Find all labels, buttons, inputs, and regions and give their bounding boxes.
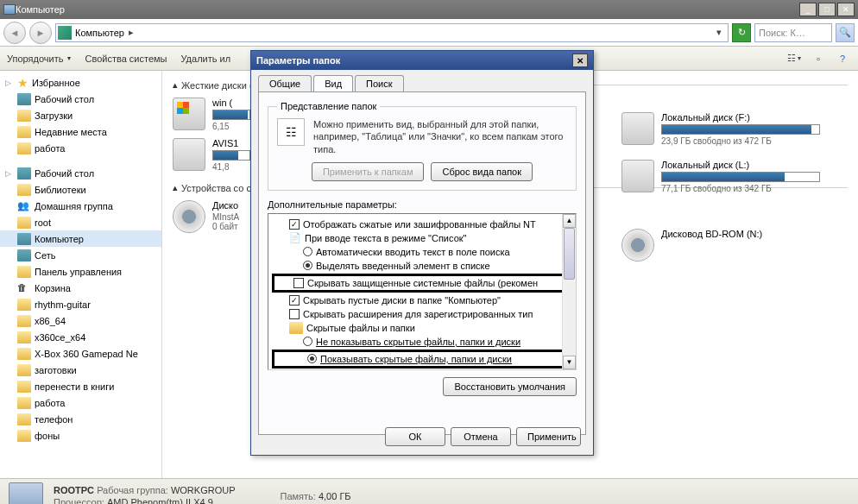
- advanced-settings-list[interactable]: ✓Отображать сжатые или зашифрованные фай…: [268, 213, 577, 370]
- network-icon: [17, 249, 31, 261]
- apply-button[interactable]: Применить: [516, 427, 581, 446]
- refresh-button[interactable]: ↻: [732, 23, 751, 42]
- folder-views-fieldset: Представление папок ☷ Можно применить ви…: [268, 101, 577, 191]
- restore-defaults-button[interactable]: Восстановить умолчания: [443, 377, 577, 396]
- breadcrumb-dropdown[interactable]: ▾: [712, 27, 726, 38]
- folder-icon: [17, 217, 31, 229]
- radio[interactable]: [303, 247, 312, 256]
- trash-icon: 🗑: [17, 282, 31, 294]
- desktop-header[interactable]: ▷Рабочий стол: [0, 165, 161, 181]
- sidebar-item-folder[interactable]: x86_64: [0, 312, 161, 329]
- sidebar-item-folder[interactable]: фоны: [0, 427, 161, 444]
- checkbox[interactable]: ✓: [289, 295, 300, 306]
- sidebar-item-homegroup[interactable]: 👥Домашняя группа: [0, 198, 161, 214]
- sidebar-item-work[interactable]: работа: [0, 140, 161, 156]
- sidebar-item-folder[interactable]: rhythm-guitar: [0, 296, 161, 312]
- reset-folders-button[interactable]: Сброс вида папок: [431, 162, 533, 181]
- apply-to-folders-button[interactable]: Применить к папкам: [312, 162, 425, 181]
- nav-bar: ◄ ► Компьютер ▸ ▾ ↻ Поиск: К… 🔍: [0, 19, 858, 47]
- tab-general[interactable]: Общие: [258, 75, 312, 91]
- sidebar-item-folder[interactable]: X-Box 360 Gamepad Ne: [0, 345, 161, 362]
- dialog-close-button[interactable]: ✕: [572, 54, 588, 67]
- libraries-icon: [17, 184, 31, 196]
- scrollbar[interactable]: ▲ ▼: [562, 214, 576, 369]
- uninstall-button[interactable]: Удалить ил: [180, 54, 230, 64]
- sidebar-item-folder[interactable]: x360ce_x64: [0, 329, 161, 345]
- checkbox[interactable]: [289, 309, 300, 319]
- close-button[interactable]: ✕: [837, 3, 855, 16]
- back-button[interactable]: ◄: [3, 22, 26, 44]
- cancel-button[interactable]: Отмена: [451, 427, 511, 446]
- computer-icon: [58, 26, 72, 40]
- scroll-down-button[interactable]: ▼: [563, 356, 576, 369]
- sidebar-item-trash[interactable]: 🗑Корзина: [0, 280, 161, 296]
- folder-icon: [17, 397, 31, 409]
- sidebar-item-folder[interactable]: работа: [0, 394, 161, 411]
- status-bar: ROOTPC Рабочая группа: WORKGROUP Процесс…: [0, 478, 858, 504]
- chevron-right-icon[interactable]: ▸: [124, 27, 138, 38]
- sidebar-item-network[interactable]: Сеть: [0, 247, 161, 263]
- preview-pane-button[interactable]: ▫: [810, 52, 827, 66]
- scroll-thumb[interactable]: [564, 228, 575, 280]
- minimize-button[interactable]: _: [799, 3, 817, 16]
- folder-options-dialog: Параметры папок ✕ Общие Вид Поиск Предст…: [250, 50, 594, 456]
- sidebar-item-recent[interactable]: Недавние места: [0, 123, 161, 140]
- folder-icon: [17, 430, 31, 442]
- sidebar-item-root[interactable]: root: [0, 214, 161, 230]
- folder-icon: [17, 348, 31, 360]
- drive-item-bdrom[interactable]: Дисковод BD-ROM (N:): [621, 229, 820, 261]
- highlight-box: Показывать скрытые файлы, папки и диски: [272, 350, 572, 369]
- forward-button[interactable]: ►: [29, 22, 52, 44]
- sidebar-item-folder[interactable]: заготовки: [0, 362, 161, 378]
- folder-views-icon: ☷: [277, 118, 305, 146]
- radio[interactable]: [303, 337, 312, 346]
- system-properties-button[interactable]: Свойства системы: [85, 54, 167, 64]
- sidebar-item-folder[interactable]: перенести в книги: [0, 378, 161, 394]
- desktop-icon: [17, 93, 31, 105]
- radio-show-hidden[interactable]: [307, 354, 317, 363]
- sidebar-item-controlpanel[interactable]: Панель управления: [0, 263, 161, 280]
- sidebar-item-downloads[interactable]: Загрузки: [0, 107, 161, 123]
- folder-icon: [17, 110, 31, 122]
- checkbox-hide-protected[interactable]: [293, 278, 304, 288]
- dialog-titlebar[interactable]: Параметры папок ✕: [251, 51, 593, 70]
- drive-item[interactable]: Локальный диск (F:)23,9 ГБ свободно из 4…: [621, 112, 820, 146]
- folder-icon: [17, 413, 31, 425]
- drive-icon: [173, 98, 205, 130]
- maximize-button[interactable]: □: [818, 3, 836, 16]
- scroll-up-button[interactable]: ▲: [563, 214, 576, 228]
- view-mode-button[interactable]: ☷: [785, 52, 803, 66]
- breadcrumb[interactable]: Компьютер ▸ ▾: [55, 23, 729, 42]
- drive-icon: [173, 138, 205, 171]
- drive-item[interactable]: AVIS141,8: [173, 138, 250, 172]
- radio[interactable]: [303, 261, 312, 270]
- sidebar-item-folder[interactable]: телефон: [0, 411, 161, 427]
- search-button[interactable]: 🔍: [836, 23, 855, 42]
- drive-item-bdrom[interactable]: ДискоMInstA0 байт: [173, 200, 250, 233]
- checkbox[interactable]: ✓: [289, 219, 300, 230]
- homegroup-icon: 👥: [17, 200, 31, 212]
- drive-item[interactable]: win (6,15: [173, 98, 250, 131]
- search-input[interactable]: Поиск: К…: [754, 23, 832, 42]
- folder-icon: [17, 381, 31, 393]
- tab-view[interactable]: Вид: [313, 75, 353, 91]
- folder-icon: [17, 364, 31, 376]
- bdrom-icon: [621, 229, 654, 261]
- bdrom-icon: [173, 200, 205, 233]
- tab-search[interactable]: Поиск: [355, 75, 403, 91]
- computer-icon: [9, 482, 43, 505]
- sidebar-item-computer[interactable]: Компьютер: [0, 230, 161, 247]
- favorites-header[interactable]: ▷★Избранное: [0, 74, 161, 91]
- fieldset-legend: Представление папок: [277, 101, 380, 111]
- desktop-icon: [17, 167, 31, 180]
- sidebar-item-desktop[interactable]: Рабочий стол: [0, 91, 161, 107]
- highlight-box: Скрывать защищенные системные файлы (рек…: [272, 274, 572, 293]
- drive-item[interactable]: Локальный диск (L:)77,1 ГБ свободно из 3…: [621, 160, 820, 193]
- folder-icon: [17, 299, 31, 311]
- sidebar-item-libraries[interactable]: Библиотеки: [0, 181, 161, 198]
- organize-button[interactable]: Упорядочить: [7, 54, 71, 64]
- navigation-tree: ▷★Избранное Рабочий стол Загрузки Недавн…: [0, 71, 162, 478]
- ok-button[interactable]: ОК: [385, 427, 445, 446]
- window-title: Компьютер: [16, 4, 65, 15]
- help-button[interactable]: ?: [834, 52, 851, 66]
